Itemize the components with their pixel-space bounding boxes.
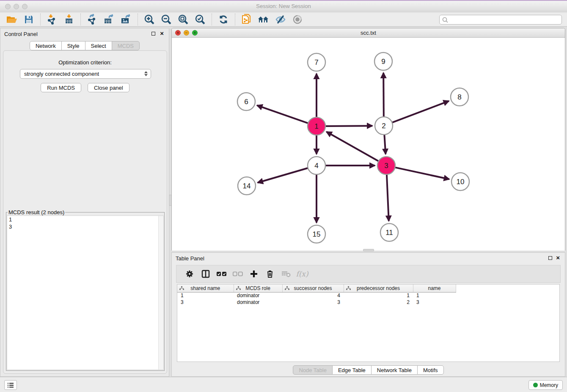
graph-node-4[interactable]: 4 [308,157,325,174]
open-file-icon[interactable] [6,14,18,25]
status-bar: Memory [0,377,567,392]
zoom-out-icon[interactable] [160,14,173,25]
function-builder-icon[interactable]: f(x) [296,268,308,279]
memory-status-icon [533,383,538,387]
graph-edge-1-6[interactable] [257,105,309,124]
tab-mcds[interactable]: MCDS [112,41,140,50]
tab-style[interactable]: Style [61,41,85,50]
zoom-fit-icon[interactable] [177,14,190,25]
graph-node-10[interactable]: 10 [451,173,469,190]
svg-text:6: 6 [244,98,248,106]
graph-node-7[interactable]: 7 [308,53,325,71]
control-panel-header: Control Panel × [0,28,169,39]
export-table-icon[interactable] [103,14,116,25]
graph-node-3[interactable]: 3 [377,157,395,174]
settings-gear-icon[interactable] [184,268,195,279]
show-all-icon[interactable] [291,14,304,25]
toolbar-separator [80,14,81,25]
column-header-shared-name[interactable]: shared name [177,284,234,292]
graph-edge-4-14[interactable] [258,168,310,183]
table-row[interactable]: 3dominator323 [177,299,456,306]
memory-button[interactable]: Memory [528,380,563,390]
column-header-successor-nodes[interactable]: successor nodes [282,284,344,292]
svg-text:14: 14 [243,182,251,190]
export-image-icon[interactable] [120,14,132,25]
run-mcds-button[interactable]: Run MCDS [41,83,81,92]
tab-select[interactable]: Select [85,41,112,50]
table-cell[interactable]: 1 [413,292,456,299]
table-cell[interactable]: 4 [282,292,344,299]
network-canvas[interactable]: 7968124314101511 [172,38,565,251]
graph-edge-2-8[interactable] [391,101,449,123]
save-session-icon[interactable] [22,14,35,25]
table-panel-title: Table Panel [176,255,204,262]
column-header-MCDS-role[interactable]: MCDS role [234,284,282,292]
toggle-panel-mode-icon[interactable] [200,268,212,279]
table-cell[interactable]: 1 [177,292,234,299]
graph-edge-1-2[interactable] [324,126,372,126]
table-cell[interactable]: 3 [282,299,344,306]
table-cell[interactable]: 2 [344,299,413,306]
table-cell[interactable]: 1 [344,292,413,299]
table-row[interactable]: 1dominator411 [177,292,456,299]
export-network-icon[interactable] [86,14,99,25]
column-header-predecessor-nodes[interactable]: predecessor nodes [344,284,413,292]
graph-edge-3-10[interactable] [394,167,449,179]
delete-table-icon[interactable] [280,268,292,279]
toolbar-separator [138,14,138,25]
search-input[interactable] [439,15,562,25]
fx-label: f(x) [296,270,308,278]
refresh-network-view-icon[interactable] [217,14,230,25]
mcds-result-line: 1 [7,216,163,223]
close-panel-button[interactable]: Close panel [88,83,129,92]
delete-column-icon[interactable] [264,268,276,279]
tab-edge-table[interactable]: Edge Table [332,365,372,375]
graph-node-14[interactable]: 14 [238,177,256,195]
graph-edge-2-9[interactable] [383,73,384,119]
control-panel: Control Panel × Network Style Select MCD… [0,28,169,377]
mcds-result-textarea[interactable]: 13 [7,215,164,370]
table-cell[interactable]: 3 [413,299,456,306]
close-table-panel-icon[interactable]: × [556,254,560,262]
select-all-columns-icon[interactable] [216,268,228,279]
svg-text:3: 3 [384,162,388,170]
hide-selected-icon[interactable] [274,14,287,25]
graph-edge-3-1[interactable] [327,132,380,162]
graph-node-2[interactable]: 2 [375,117,393,135]
graph-node-1[interactable]: 1 [308,117,325,135]
first-neighbors-icon[interactable] [257,14,270,25]
graph-node-9[interactable]: 9 [374,52,392,70]
graph-node-8[interactable]: 8 [451,88,468,106]
float-panel-icon[interactable] [151,32,155,36]
graph-edge-2-3[interactable] [384,133,385,154]
zoom-selected-icon[interactable] [194,14,206,25]
tab-network-table[interactable]: Network Table [371,365,418,375]
result-scrollbar[interactable] [158,216,163,370]
graph-node-11[interactable]: 11 [380,224,398,241]
criterion-dropdown[interactable]: strongly connected component [20,69,151,79]
graph-edge-3-11[interactable] [387,173,389,221]
table-cell[interactable]: 3 [177,299,234,306]
graph-node-6[interactable]: 6 [237,93,255,110]
close-panel-icon[interactable]: × [160,30,164,37]
criterion-dropdown-value: strongly connected component [24,71,99,77]
optimization-criterion-label: Optimization criterion: [3,59,167,66]
tab-motifs[interactable]: Motifs [417,365,444,375]
tab-network[interactable]: Network [30,41,62,50]
tab-node-table[interactable]: Node Table [293,365,333,375]
table-cell[interactable]: dominator [234,299,282,306]
task-history-button[interactable] [4,380,17,390]
float-table-panel-icon[interactable] [548,256,552,260]
graph-node-15[interactable]: 15 [308,225,325,243]
import-table-icon[interactable] [63,14,75,25]
horizontal-splitter-handle[interactable] [363,249,374,251]
svg-text:2: 2 [382,122,385,130]
new-network-from-selection-icon[interactable] [240,14,253,25]
deselect-all-columns-icon[interactable] [232,268,244,279]
column-header-name[interactable]: name [413,284,456,292]
table-cell[interactable]: dominator [234,292,282,299]
node-table: shared nameMCDS rolesuccessor nodesprede… [177,284,560,362]
import-network-icon[interactable] [46,14,58,25]
zoom-in-icon[interactable] [143,14,156,25]
add-column-icon[interactable] [248,268,260,279]
